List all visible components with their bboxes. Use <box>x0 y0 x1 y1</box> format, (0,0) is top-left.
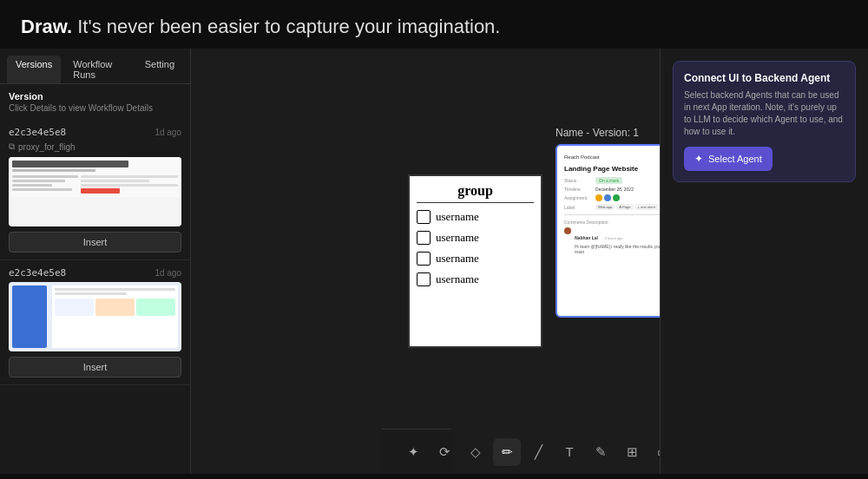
proxy-label: ⧉ proxy_for_fligh <box>9 141 181 152</box>
edit-tool[interactable]: ✎ <box>587 438 615 466</box>
tab-workflow-runs[interactable]: Workflow Runs <box>64 56 133 83</box>
connect-desc: Select backend Agents that can be used i… <box>684 89 845 138</box>
header: Draw. It's never been easier to capture … <box>0 0 868 49</box>
frame-tool[interactable]: ⊞ <box>618 438 646 466</box>
comment-author: Nabhan Lal <box>575 235 598 240</box>
wireframe-checkbox <box>417 272 431 286</box>
sidebar: Versions Workflow Runs Setting Version C… <box>0 49 191 474</box>
preview-card-wrapper: Name - Version: 1 Reach Podcast Share ↗ … <box>556 127 660 318</box>
wireframe-row: username <box>417 252 534 266</box>
tab-versions[interactable]: Versions <box>7 56 61 83</box>
wireframe-row: username <box>417 210 534 224</box>
thumbnail-1 <box>9 157 181 226</box>
tab-setting[interactable]: Setting <box>136 56 183 83</box>
preview-label: Name - Version: 1 <box>556 127 660 139</box>
timeline-value: December 28, 2022 <box>595 187 634 192</box>
preview-main-title: Landing Page Website <box>564 165 660 173</box>
connect-panel: Connect UI to Backend Agent Select backe… <box>673 61 856 182</box>
page-title: Draw. It's never been easier to capture … <box>21 16 847 38</box>
wireframe-card: group username username username usernam… <box>408 174 542 348</box>
comment-avatar <box>564 227 571 234</box>
version-section-label: Version <box>0 84 190 103</box>
select-agent-button[interactable]: ✦ Select Agent <box>684 147 773 171</box>
toolbar-tools: ✦ ⟳ ◇ ✏ ╱ T ✎ ⊞ ▭ <box>399 438 660 466</box>
avatar <box>604 194 611 201</box>
version-section-sub: Click Details to view Workflow Details <box>0 103 190 120</box>
tag: + one more <box>635 204 658 210</box>
preview-tags: Web-app A-Page + one more <box>595 204 658 210</box>
wireframe-username: username <box>436 210 479 224</box>
wireframe-row: username <box>417 272 534 286</box>
wireframe-row: username <box>417 231 534 245</box>
undo-tool[interactable]: ⟳ <box>431 438 458 466</box>
connect-title: Connect UI to Backend Agent <box>684 72 845 84</box>
lasso-tool[interactable]: ◇ <box>462 438 490 466</box>
wireframe-username: username <box>436 252 479 266</box>
avatar <box>613 194 620 201</box>
preview-podcast-label: Reach Podcast <box>564 154 600 160</box>
item-time: 1d ago <box>155 128 181 137</box>
comment-text: Hi team @[NAME] i really like the result… <box>575 244 660 255</box>
main-layout: Versions Workflow Runs Setting Version C… <box>0 49 868 474</box>
select-tool[interactable]: ✦ <box>399 438 427 466</box>
line-tool[interactable]: ╱ <box>524 438 552 466</box>
canvas-area: group username username username usernam… <box>191 49 660 474</box>
label-label: Label <box>564 205 590 210</box>
insert-button-2[interactable]: Insert <box>9 357 181 377</box>
wireframe-username: username <box>436 231 479 245</box>
status-badge: On a track <box>595 177 622 184</box>
preview-with-icons: Reach Podcast Share ↗ ☆ Landing Page Web… <box>556 144 660 318</box>
divider <box>564 214 660 215</box>
wireframe-group-label: group <box>417 183 534 203</box>
item-time: 1d ago <box>155 268 181 278</box>
sidebar-tabs: Versions Workflow Runs Setting <box>0 49 190 84</box>
item-id: e2c3e4e5e8 <box>9 127 66 138</box>
thumbnail-2 <box>9 282 181 351</box>
right-panel: Connect UI to Backend Agent Select backe… <box>660 49 868 474</box>
list-item: e2c3e4e5e8 1d ago ⧉ proxy_for_fligh <box>0 120 190 260</box>
wireframe-checkbox <box>417 252 431 266</box>
timeline-label: Timeline <box>564 187 590 192</box>
pen-tool[interactable]: ✏ <box>493 438 521 466</box>
wireframe-checkbox <box>417 231 431 245</box>
bottom-toolbar: ✦ ⟳ ◇ ✏ ╱ T ✎ ⊞ ▭ ⚡ ✦ Make It An App! <box>382 429 451 474</box>
insert-button-1[interactable]: Insert <box>9 232 181 253</box>
comment-row: Nabhan Lal 2 hours ago Hi team @[NAME] i… <box>564 227 660 255</box>
proxy-icon: ⧉ <box>9 141 15 152</box>
wireframe-username: username <box>436 272 479 286</box>
shape-tool[interactable]: ▭ <box>649 438 660 466</box>
comment-content: Nabhan Lal 2 hours ago Hi team @[NAME] i… <box>575 227 660 255</box>
sparkle-icon: ✦ <box>694 153 703 165</box>
item-id: e2c3e4e5e8 <box>9 267 66 279</box>
sidebar-items: e2c3e4e5e8 1d ago ⧉ proxy_for_fligh <box>0 120 190 474</box>
assignment-label: Assignment <box>564 195 590 200</box>
tag: A-Page <box>616 204 633 210</box>
avatar <box>595 194 602 201</box>
wireframe-checkbox <box>417 210 431 224</box>
list-item: e2c3e4e5e8 1d ago Insert <box>0 260 190 385</box>
status-label: Status <box>564 178 590 183</box>
preview-card: Reach Podcast Share ↗ ☆ Landing Page Web… <box>556 144 660 318</box>
text-tool[interactable]: T <box>556 438 583 466</box>
comment-time: 2 hours ago <box>604 236 622 240</box>
assignment-avatars <box>595 194 620 201</box>
tag: Web-app <box>595 204 615 210</box>
comments-label: Comments Description <box>564 220 660 225</box>
preview-inner: Reach Podcast Share ↗ ☆ Landing Page Web… <box>557 146 660 316</box>
